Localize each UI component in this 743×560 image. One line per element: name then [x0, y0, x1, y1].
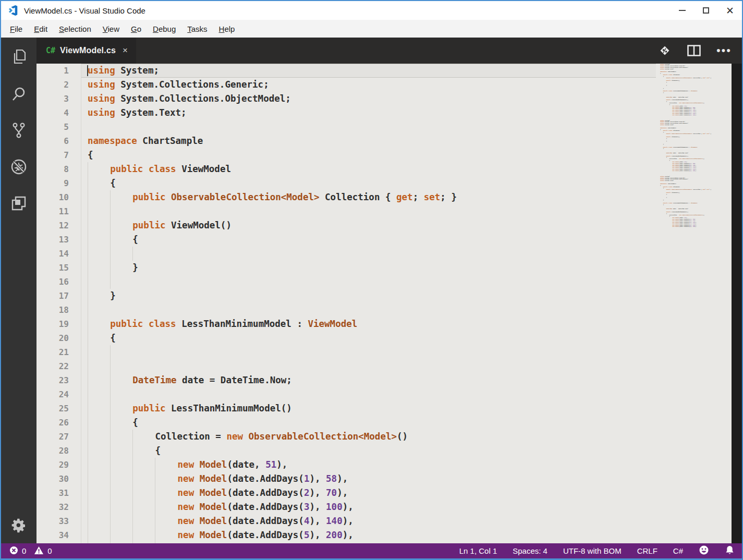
- line-number[interactable]: 29: [36, 458, 81, 472]
- line-number[interactable]: 25: [36, 401, 81, 416]
- menu-file[interactable]: File: [4, 25, 28, 33]
- code-line[interactable]: 34new Model(date.AddDays(5), 200),: [36, 528, 656, 542]
- close-button[interactable]: ✕: [718, 1, 742, 20]
- search-icon[interactable]: [9, 84, 28, 103]
- line-number[interactable]: 10: [36, 190, 81, 204]
- minimize-button[interactable]: [670, 1, 694, 20]
- line-number[interactable]: 14: [36, 247, 81, 261]
- line-number[interactable]: 18: [36, 303, 81, 317]
- line-number[interactable]: 35: [36, 542, 81, 543]
- code-line[interactable]: 31new Model(date.AddDays(2), 70),: [36, 486, 656, 500]
- line-number[interactable]: 4: [36, 106, 81, 120]
- line-number[interactable]: 26: [36, 416, 81, 430]
- debug-disabled-icon[interactable]: [9, 157, 28, 176]
- feedback-smiley-icon[interactable]: [699, 545, 709, 557]
- minimap[interactable]: using System;using System.Collections.Ge…: [656, 64, 732, 543]
- code-line[interactable]: 2using System.Collections.Generic;: [36, 78, 656, 92]
- code-line[interactable]: 21: [36, 345, 656, 359]
- line-number[interactable]: 3: [36, 92, 81, 106]
- code-line[interactable]: 22: [36, 359, 656, 373]
- code-line[interactable]: 30new Model(date.AddDays(1), 58),: [36, 472, 656, 486]
- code-line[interactable]: 6namespace ChartSample: [36, 134, 656, 148]
- maximize-button[interactable]: [694, 1, 718, 20]
- code-line[interactable]: 26{: [36, 416, 656, 430]
- line-number[interactable]: 17: [36, 289, 81, 303]
- line-number[interactable]: 24: [36, 387, 81, 401]
- menu-view[interactable]: View: [97, 25, 125, 33]
- code-line[interactable]: 33new Model(date.AddDays(4), 140),: [36, 514, 656, 528]
- code-line[interactable]: 27Collection = new ObservableCollection<…: [36, 430, 656, 444]
- line-number[interactable]: 16: [36, 275, 81, 289]
- more-actions-icon[interactable]: •••: [716, 48, 732, 53]
- status-item-spaces-4[interactable]: Spaces: 4: [513, 546, 547, 555]
- settings-gear-icon[interactable]: [9, 516, 28, 535]
- line-number[interactable]: 5: [36, 120, 81, 134]
- split-editor-icon[interactable]: [687, 45, 701, 56]
- problems-status[interactable]: 0 0: [9, 546, 56, 556]
- code-line[interactable]: 18: [36, 303, 656, 317]
- vscode-logo-icon[interactable]: [7, 5, 19, 16]
- code-line[interactable]: 8public class ViewModel: [36, 162, 656, 176]
- code-line[interactable]: 10public ObservableCollection<Model> Col…: [36, 190, 656, 204]
- line-number[interactable]: 31: [36, 486, 81, 500]
- line-number[interactable]: 9: [36, 176, 81, 190]
- code-line[interactable]: 25public LessThanMinimumModel(): [36, 401, 656, 416]
- code-line[interactable]: 14: [36, 247, 656, 261]
- status-item-ln-1-col-1[interactable]: Ln 1, Col 1: [459, 546, 497, 555]
- open-changes-icon[interactable]: [658, 44, 672, 57]
- code-line[interactable]: 28{: [36, 444, 656, 458]
- code-line[interactable]: 32new Model(date.AddDays(3), 100),: [36, 500, 656, 514]
- line-number[interactable]: 27: [36, 430, 81, 444]
- code-line[interactable]: 19public class LessThanMinimumModel : Vi…: [36, 317, 656, 331]
- status-item-utf-8-with-bom[interactable]: UTF-8 with BOM: [563, 546, 622, 555]
- line-number[interactable]: 7: [36, 148, 81, 162]
- line-number[interactable]: 11: [36, 204, 81, 218]
- line-number[interactable]: 21: [36, 345, 81, 359]
- menu-help[interactable]: Help: [213, 25, 241, 33]
- status-item-crlf[interactable]: CRLF: [637, 546, 657, 555]
- status-item-c-[interactable]: C#: [673, 546, 683, 555]
- menu-edit[interactable]: Edit: [28, 25, 53, 33]
- menu-debug[interactable]: Debug: [147, 25, 181, 33]
- editor-scrollbar[interactable]: [732, 64, 742, 543]
- tab-close-icon[interactable]: ×: [123, 45, 128, 56]
- line-number[interactable]: 13: [36, 233, 81, 247]
- line-number[interactable]: 32: [36, 500, 81, 514]
- code-editor[interactable]: 1using System;2using System.Collections.…: [36, 64, 742, 543]
- line-number[interactable]: 28: [36, 444, 81, 458]
- code-line[interactable]: 7{: [36, 148, 656, 162]
- line-number[interactable]: 34: [36, 528, 81, 542]
- notifications-bell-icon[interactable]: [725, 545, 735, 557]
- code-line[interactable]: 1using System;: [36, 64, 656, 78]
- code-line[interactable]: 16: [36, 275, 656, 289]
- source-control-icon[interactable]: [9, 121, 28, 140]
- line-number[interactable]: 30: [36, 472, 81, 486]
- menu-go[interactable]: Go: [125, 25, 147, 33]
- line-number[interactable]: 8: [36, 162, 81, 176]
- line-number[interactable]: 22: [36, 359, 81, 373]
- line-number[interactable]: 6: [36, 134, 81, 148]
- code-line[interactable]: 9{: [36, 176, 656, 190]
- code-line[interactable]: 29new Model(date, 51),: [36, 458, 656, 472]
- code-line[interactable]: 4using System.Text;: [36, 106, 656, 120]
- code-line[interactable]: 17}: [36, 289, 656, 303]
- code-line[interactable]: 11: [36, 204, 656, 218]
- line-number[interactable]: 20: [36, 331, 81, 345]
- line-number[interactable]: 15: [36, 261, 81, 275]
- line-number[interactable]: 33: [36, 514, 81, 528]
- menu-selection[interactable]: Selection: [53, 25, 97, 33]
- tab-viewmodel-cs[interactable]: C# ViewModel.cs ×: [36, 38, 136, 64]
- code-line[interactable]: 24: [36, 387, 656, 401]
- code-line[interactable]: 35new Model(date.AddDays(6), 250),: [36, 542, 656, 543]
- line-number[interactable]: 12: [36, 218, 81, 233]
- line-number[interactable]: 1: [36, 64, 81, 78]
- code-line[interactable]: 15}: [36, 261, 656, 275]
- line-number[interactable]: 23: [36, 373, 81, 387]
- code-line[interactable]: 12public ViewModel(): [36, 218, 656, 233]
- line-number[interactable]: 19: [36, 317, 81, 331]
- code-line[interactable]: 20{: [36, 331, 656, 345]
- explorer-files-icon[interactable]: [9, 48, 28, 67]
- code-line[interactable]: 23DateTime date = DateTime.Now;: [36, 373, 656, 387]
- code-line[interactable]: 3using System.Collections.ObjectModel;: [36, 92, 656, 106]
- menu-tasks[interactable]: Tasks: [181, 25, 213, 33]
